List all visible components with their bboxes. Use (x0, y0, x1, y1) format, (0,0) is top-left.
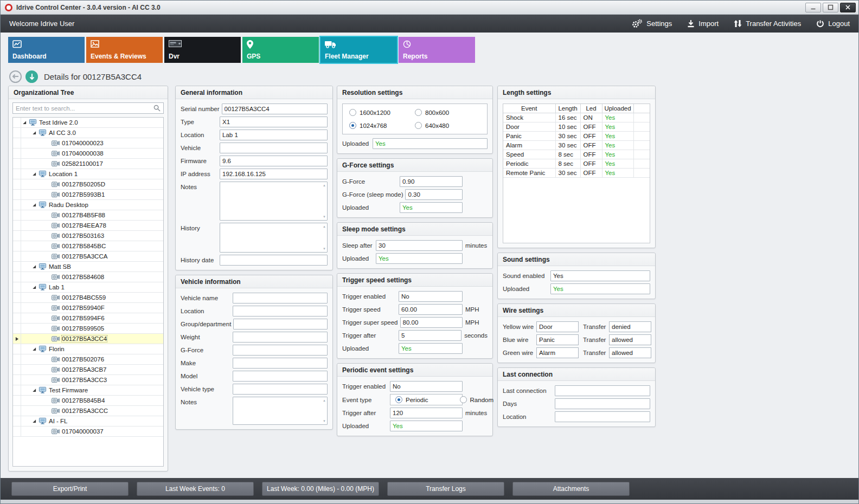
logout-button[interactable]: Logout (816, 20, 850, 28)
tree-item-00127b599505[interactable]: 00127B599505 (13, 324, 163, 334)
length-row-panic[interactable]: Panic30 secOFFYes (503, 132, 650, 141)
tree-search-input[interactable] (12, 102, 164, 114)
uploaded-field[interactable] (373, 138, 488, 149)
notes-textarea[interactable]: ▲▼ (220, 182, 328, 221)
tree-item-00127b5a3cb7[interactable]: 00127B5A3CB7 (13, 365, 163, 375)
location-field[interactable] (555, 411, 650, 422)
tree-item-00127b5a3ccc[interactable]: 00127B5A3CCC (13, 406, 163, 416)
vehicle-name-field[interactable] (233, 293, 328, 303)
tree-item-025821100017[interactable]: 025821100017 (13, 159, 163, 169)
tab-reports[interactable]: Reports (399, 37, 475, 63)
trigger-super-speed-field[interactable] (400, 317, 463, 328)
tree-item-00127b502076[interactable]: 00127B502076 (13, 354, 163, 365)
transfer-activities-button[interactable]: Transfer Activities (734, 20, 801, 28)
length-row-door[interactable]: Door10 secOFFYes (503, 122, 650, 132)
tree-item-ai-cc-3-0[interactable]: AI CC 3.0 (13, 128, 163, 138)
model-field[interactable] (233, 371, 328, 382)
tree-item-lab-1[interactable]: Lab 1 (13, 282, 163, 293)
group-department-field[interactable] (233, 319, 328, 329)
tree-item-radu-desktop[interactable]: Radu Desktop (13, 200, 163, 210)
scroll-down-icon[interactable]: ▼ (323, 215, 326, 218)
length-col-length[interactable]: Length (555, 104, 580, 113)
tree-item-00127b503163[interactable]: 00127B503163 (13, 231, 163, 241)
g-force-sleep-mode-field[interactable] (405, 189, 463, 200)
close-button[interactable] (840, 3, 856, 12)
tree-item-00127b59940f[interactable]: 00127B59940F (13, 303, 163, 313)
serial-number-field[interactable] (222, 104, 328, 114)
random-radio[interactable]: Random (460, 396, 493, 403)
tab-fleet-manager[interactable]: Fleet Manager (320, 37, 397, 63)
blue-wire-field[interactable] (536, 334, 579, 345)
search-icon[interactable] (153, 105, 161, 112)
1600x1200-radio[interactable]: 1600x1200 (349, 109, 415, 116)
tree-item-00127b5993b1[interactable]: 00127B5993B1 (13, 190, 163, 200)
tree-item-017040000023[interactable]: 017040000023 (13, 138, 163, 148)
tree-item-00127b584608[interactable]: 00127B584608 (13, 272, 163, 282)
scroll-up-icon[interactable]: ▲ (323, 184, 326, 187)
tree-item-00127b4b5f88[interactable]: 00127B4B5F88 (13, 210, 163, 221)
vehicle-field[interactable] (220, 143, 328, 153)
trigger-after-field[interactable] (390, 408, 463, 418)
tree-item-location-1[interactable]: Location 1 (13, 169, 163, 179)
uploaded-field[interactable] (400, 202, 463, 213)
g-force-field[interactable] (233, 345, 328, 356)
tree-item-017040000038[interactable]: 017040000038 (13, 148, 163, 159)
yellow-wire-field[interactable] (536, 321, 579, 332)
trigger-speed-field[interactable] (399, 304, 463, 315)
length-col-led[interactable]: Led (580, 104, 602, 113)
transfer-logs-button[interactable]: Transfer Logs (387, 482, 504, 496)
tree-item-00127b50205d[interactable]: 00127B50205D (13, 179, 163, 190)
make-field[interactable] (233, 358, 328, 369)
scroll-down-button[interactable] (25, 70, 38, 83)
uploaded-field[interactable] (376, 253, 463, 264)
tree-item-00127b5a3cc3[interactable]: 00127B5A3CC3 (13, 375, 163, 385)
attachments-button[interactable]: Attachments (512, 482, 630, 496)
scroll-down-icon[interactable]: ▼ (323, 247, 326, 250)
green-wire-field[interactable] (536, 347, 579, 358)
tab-dashboard[interactable]: Dashboard (8, 37, 85, 63)
back-button[interactable] (9, 70, 22, 83)
uploaded-field[interactable] (550, 283, 650, 294)
firmware-field[interactable] (220, 156, 328, 166)
tree-item-matt-sb[interactable]: Matt SB (13, 262, 163, 272)
uploaded-field[interactable] (399, 343, 463, 354)
length-row-speed[interactable]: Speed8 secOFFYes (503, 150, 650, 159)
scroll-up-icon[interactable]: ▲ (323, 225, 326, 228)
history-date-field[interactable] (220, 255, 328, 266)
tree-item-00127b4bc559[interactable]: 00127B4BC559 (13, 293, 163, 303)
trigger-enabled-field[interactable] (399, 291, 463, 302)
history-textarea[interactable]: ▲▼ (220, 223, 328, 253)
length-col-event[interactable]: Event (503, 104, 555, 113)
maximize-button[interactable] (823, 3, 838, 12)
g-force-field[interactable] (400, 176, 463, 187)
weight-field[interactable] (233, 332, 328, 343)
settings-button[interactable]: Settings (631, 19, 672, 28)
sleep-after-field[interactable] (376, 240, 463, 251)
scroll-up-icon[interactable]: ▲ (323, 399, 326, 402)
length-col-uploaded[interactable]: Uploaded (602, 104, 633, 113)
vehicle-type-field[interactable] (233, 384, 328, 395)
length-row-shock[interactable]: Shock16 secONYes (503, 113, 650, 122)
green-wire-transfer-field[interactable] (609, 347, 651, 358)
scroll-down-icon[interactable]: ▼ (323, 419, 326, 423)
tree-item-test-idrive-2-0[interactable]: Test Idrive 2.0 (13, 118, 163, 128)
1024x768-radio[interactable]: 1024x768 (349, 122, 415, 129)
tree-item-00127b5994f6[interactable]: 00127B5994F6 (13, 313, 163, 324)
length-row-periodic[interactable]: Periodic8 secOFFYes (503, 159, 650, 169)
last-week-stats-button[interactable]: Last Week: 0.00 (Miles) - 0.00 (MPH) (262, 482, 379, 496)
tab-gps[interactable]: GPS (242, 37, 319, 63)
yellow-wire-transfer-field[interactable] (609, 321, 651, 332)
sound-enabled-field[interactable] (550, 270, 650, 281)
uploaded-field[interactable] (390, 421, 463, 431)
tree-item-00127b5a3cc4[interactable]: 00127B5A3CC4 (13, 334, 163, 344)
days-field[interactable] (555, 398, 650, 409)
800x600-radio[interactable]: 800x600 (415, 109, 480, 116)
trigger-enabled-field[interactable] (390, 381, 463, 392)
tree-item-test-firmware[interactable]: Test Firmware (13, 385, 163, 396)
blue-wire-transfer-field[interactable] (609, 334, 651, 345)
tree-item-00127b4eea78[interactable]: 00127B4EEA78 (13, 221, 163, 231)
tree-item-ai-fl[interactable]: AI - FL (13, 416, 163, 427)
import-button[interactable]: Import (687, 20, 719, 28)
location-field[interactable] (233, 306, 328, 316)
last-connection-field[interactable] (555, 385, 650, 396)
